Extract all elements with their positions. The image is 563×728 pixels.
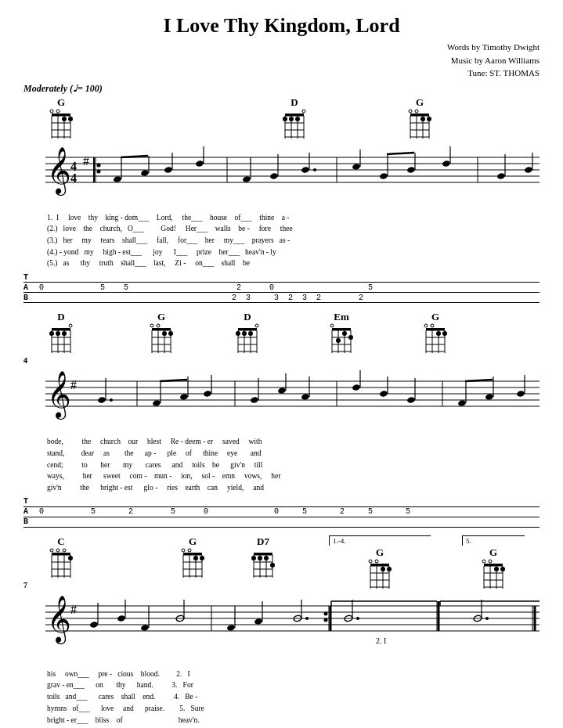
svg-point-162 <box>179 393 188 400</box>
chord-diag-Em1 <box>329 323 354 353</box>
tab-A-row1: A 0 5 5 2 0 5 <box>23 283 540 293</box>
tune-credit: Tune: ST. THOMAS <box>23 67 540 80</box>
chord-D-1: D <box>282 96 307 139</box>
lyric-row-1-3: (3.) her my tears shall___ fall, for___ … <box>47 235 540 247</box>
svg-point-175 <box>352 384 360 391</box>
svg-point-184 <box>485 393 493 400</box>
chord-D-3: D <box>235 311 260 353</box>
svg-point-24 <box>295 117 300 121</box>
chord-name-D2: D <box>57 311 64 323</box>
words-credit: Words by Timothy Dwight <box>23 41 540 54</box>
svg-point-135 <box>348 335 353 340</box>
svg-point-96 <box>69 324 72 327</box>
chord-diag-D71 <box>251 548 276 578</box>
chord-diagrams-row1: G <box>23 96 540 142</box>
tab-T-row1: T <box>23 272 540 283</box>
measure-number-4: 4 <box>23 356 540 365</box>
svg-point-66 <box>301 166 309 173</box>
svg-point-276 <box>305 617 309 620</box>
svg-point-58 <box>195 160 204 167</box>
svg-point-10 <box>56 110 60 113</box>
chord-G-volta5-inner: G <box>462 546 525 589</box>
svg-point-253 <box>500 567 505 571</box>
lyric-row-3-1: his own___ pre - cious blood. 2. I <box>47 669 540 680</box>
volta-14: 1.-4. <box>329 535 431 546</box>
chord-diag-G-v14 <box>367 559 392 589</box>
chord-name-G4: G <box>431 311 439 323</box>
chord-diag-D3 <box>235 323 260 353</box>
svg-point-198 <box>50 549 53 552</box>
lyric-row-3-5: bright - er___ bliss of heav'n. <box>47 715 540 726</box>
svg-point-227 <box>270 563 275 568</box>
svg-point-238 <box>375 560 378 563</box>
chord-G-volta14: 1.-4. G <box>329 535 431 589</box>
chord-name-D71: D7 <box>257 535 269 548</box>
lyric-row-1-1: 1. I love thy king - dom___ Lord, the___… <box>47 212 540 224</box>
svg-point-72 <box>379 172 388 179</box>
svg-point-52 <box>113 175 121 182</box>
svg-point-56 <box>164 166 172 173</box>
svg-point-119 <box>236 331 240 336</box>
tab-label-B2: B <box>23 517 34 526</box>
svg-point-239 <box>381 567 385 571</box>
svg-point-64 <box>269 172 278 179</box>
chord-name-G1: G <box>57 96 65 109</box>
attribution: Words by Timothy Dwight Music by Aaron W… <box>23 41 540 80</box>
tab-content-T1 <box>34 273 540 282</box>
tab-label-A2: A <box>23 507 34 516</box>
tempo-marking: Moderately (♩= 100) <box>23 83 540 95</box>
tab-content-B2 <box>34 517 540 526</box>
svg-point-199 <box>56 549 60 552</box>
lyric-row-2-2: stand, dear as the ap - ple of thine eye… <box>47 448 540 460</box>
svg-text:𝄞: 𝄞 <box>47 371 71 420</box>
tab-content-B1: 2 3 3 2 3 2 2 <box>34 294 540 302</box>
svg-point-80 <box>496 172 505 179</box>
chord-diagram-G1 <box>49 109 74 139</box>
svg-point-226 <box>264 556 269 560</box>
svg-point-240 <box>387 567 392 571</box>
svg-point-250 <box>482 560 485 563</box>
chord-diag-C1 <box>49 548 74 578</box>
svg-point-158 <box>110 398 113 402</box>
svg-point-12 <box>68 117 73 121</box>
svg-point-200 <box>63 549 66 552</box>
chord-C-1: C <box>49 535 74 578</box>
lyric-row-3-4: hymns of___ love and praise. 5. Sure <box>47 703 540 715</box>
svg-point-36 <box>415 110 418 113</box>
svg-text:#: # <box>70 603 77 616</box>
chord-G-3: G <box>149 311 174 353</box>
svg-point-50 <box>97 163 101 167</box>
svg-line-78 <box>387 153 414 154</box>
lyric-row-3-2: grav - en___ on thy hand. 3. For <box>47 679 540 691</box>
svg-point-148 <box>442 331 447 336</box>
chord-diag-G4 <box>423 323 448 353</box>
chord-D-2: D <box>49 311 74 353</box>
svg-point-170 <box>277 387 286 394</box>
svg-point-213 <box>193 556 198 560</box>
svg-point-272 <box>254 618 262 625</box>
tab-T-row2: T <box>23 497 540 507</box>
svg-point-168 <box>250 396 258 403</box>
svg-point-11 <box>62 117 67 121</box>
svg-point-106 <box>150 324 153 327</box>
svg-point-82 <box>524 166 532 173</box>
svg-point-201 <box>68 556 73 560</box>
svg-point-132 <box>330 324 334 327</box>
music-credit: Music by Aaron Williams <box>23 54 540 67</box>
lyric-row-1-4: (4.) - yond my high - est___ joy I___ pr… <box>47 247 540 258</box>
lyrics-section3: his own___ pre - cious blood. 2. I grav … <box>23 669 540 726</box>
tab-content-A1: 0 5 5 2 0 5 <box>34 283 540 292</box>
svg-point-54 <box>140 169 149 176</box>
chord-diag-D2 <box>49 323 74 353</box>
page: I Love Thy Kingdom, Lord Words by Timoth… <box>0 0 563 728</box>
chord-name-G5: G <box>189 535 197 548</box>
chord-name-G2: G <box>416 96 424 109</box>
chord-G-1: G <box>49 96 74 139</box>
tab-section2: T A 0 5 2 5 0 0 5 2 5 5 B <box>23 497 540 528</box>
svg-point-211 <box>182 549 185 552</box>
svg-point-225 <box>258 556 262 560</box>
svg-point-182 <box>457 399 466 406</box>
svg-point-122 <box>255 324 258 327</box>
svg-point-265 <box>140 624 149 631</box>
chord-diag-G5 <box>180 548 205 578</box>
